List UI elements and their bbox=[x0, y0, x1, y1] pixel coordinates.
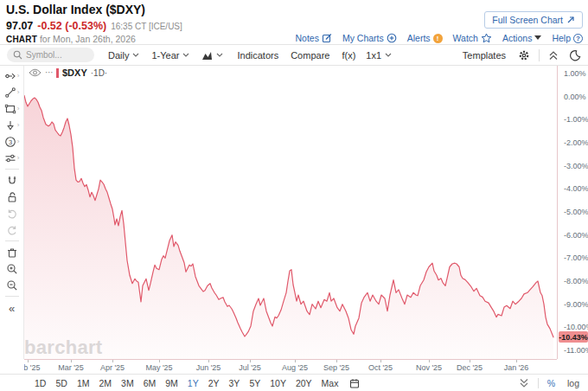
range-button-1m[interactable]: 1M bbox=[77, 378, 90, 388]
symbol-search[interactable] bbox=[7, 48, 94, 62]
header-link-actions[interactable]: Actions bbox=[502, 32, 541, 43]
x-axis-tick bbox=[295, 360, 296, 362]
y-axis-label: -5.00% bbox=[564, 208, 588, 216]
x-axis-tick bbox=[71, 360, 72, 362]
range-dropdown[interactable]: 1-Year bbox=[151, 50, 189, 61]
search-icon bbox=[13, 50, 22, 60]
submenu-chevron-icon: › bbox=[17, 138, 20, 145]
grid-layout-dropdown[interactable]: 1x1 bbox=[366, 50, 392, 61]
sidebar-tool-undo bbox=[1, 205, 23, 221]
y-axis-label: -11.00% bbox=[564, 346, 588, 355]
chart-for-date: for Mon, Jan 26th, 2026 bbox=[40, 34, 136, 44]
custom-date-range-button[interactable] bbox=[349, 378, 360, 388]
header-links: NotesMy ChartsAlerts!WatchActionsHelp? bbox=[295, 32, 583, 43]
header-link-label: Help bbox=[552, 33, 571, 43]
redo-icon bbox=[6, 224, 18, 236]
double-chevron-down-icon[interactable] bbox=[519, 378, 529, 388]
range-button-1d[interactable]: 1D bbox=[35, 378, 46, 388]
range-label: 1-Year bbox=[151, 50, 179, 61]
quote-row: 97.07-0.52 (-0.53%)16:35 CT [ICE/US] bbox=[6, 17, 182, 33]
magnet-icon bbox=[6, 175, 18, 187]
header-link-watch[interactable]: Watch bbox=[453, 32, 492, 43]
legend-more-options-icon[interactable]: ⋯ bbox=[45, 70, 53, 75]
sidebar-tool-zoom-in[interactable] bbox=[1, 260, 23, 277]
bottombar-divider bbox=[538, 378, 539, 388]
double-chevron-up-icon bbox=[548, 50, 559, 61]
frequency-dropdown[interactable]: Daily bbox=[108, 50, 139, 61]
header-link-my-charts[interactable]: My Charts bbox=[342, 32, 397, 43]
x-axis-label: Jul '25 bbox=[239, 363, 261, 372]
x-axis-tick bbox=[159, 360, 160, 362]
sidebar-tool-delete-drawings[interactable] bbox=[1, 244, 23, 260]
x-axis-label: Apr '25 bbox=[100, 363, 125, 372]
legend-symbol: $DXY bbox=[62, 67, 87, 78]
toolbar-divider bbox=[539, 49, 540, 61]
sidebar-tool-shape-tools[interactable]: › bbox=[1, 100, 23, 117]
x-axis-tick bbox=[516, 360, 517, 362]
range-button-2y[interactable]: 2Y bbox=[208, 378, 220, 388]
alert-badge-icon: ! bbox=[433, 32, 443, 43]
x-axis-label: Aug '25 bbox=[282, 363, 308, 372]
wave-count-tool-icon: 3 bbox=[4, 136, 16, 148]
log-scale-toggle[interactable]: log bbox=[567, 378, 579, 388]
header-link-help[interactable]: Help? bbox=[552, 32, 583, 43]
sidebar-tool-collapse-toolbar[interactable]: « bbox=[1, 299, 23, 316]
x-axis-tick bbox=[250, 360, 251, 362]
moon-icon bbox=[569, 49, 581, 61]
collapse-left-icon: « bbox=[9, 300, 15, 316]
collapse-panel-button[interactable] bbox=[548, 50, 559, 61]
fx-button[interactable]: f(x) bbox=[342, 50, 355, 61]
range-button-3m[interactable]: 3M bbox=[121, 378, 134, 388]
x-axis-tick bbox=[380, 360, 381, 362]
range-button-5y[interactable]: 5Y bbox=[249, 378, 260, 388]
sidebar-tool-slider-tools[interactable]: › bbox=[1, 150, 23, 166]
fx-label: f(x) bbox=[342, 50, 355, 61]
sidebar-tool-wave-count-tools[interactable]: 3› bbox=[1, 133, 23, 150]
header-link-label: Watch bbox=[453, 33, 478, 43]
sidebar-tool-cursor-tool[interactable]: › bbox=[1, 67, 23, 84]
dark-mode-toggle[interactable] bbox=[569, 49, 581, 61]
range-button-2m[interactable]: 2M bbox=[99, 378, 112, 388]
expand-arrow-icon bbox=[566, 16, 575, 24]
percent-scale-toggle[interactable]: % bbox=[547, 378, 555, 388]
frequency-label: Daily bbox=[108, 50, 129, 61]
y-axis-label: 1.00% bbox=[564, 69, 586, 78]
range-button-1y[interactable]: 1Y bbox=[188, 378, 199, 388]
indicators-button[interactable]: Indicators bbox=[237, 50, 278, 61]
range-button-9m[interactable]: 9M bbox=[165, 378, 178, 388]
chevron-down-icon bbox=[182, 53, 189, 57]
sidebar-tool-zoom-out[interactable] bbox=[1, 277, 23, 293]
eye-icon[interactable] bbox=[29, 68, 42, 77]
range-button-10y[interactable]: 10Y bbox=[270, 378, 286, 388]
x-axis[interactable]: Feb '25Mar '25Apr '25May '25Jun '25Jul '… bbox=[0, 359, 588, 374]
sidebar-tool-lock-drawings[interactable] bbox=[1, 189, 23, 205]
header-link-label: Actions bbox=[502, 33, 532, 43]
chart-type-dropdown[interactable] bbox=[201, 50, 223, 61]
chevron-down-icon bbox=[132, 53, 139, 57]
full-screen-chart-button[interactable]: Full Screen Chart bbox=[484, 11, 583, 29]
symbol-search-input[interactable] bbox=[26, 50, 88, 60]
x-axis-label: Jun '25 bbox=[196, 363, 221, 372]
range-button-3y[interactable]: 3Y bbox=[229, 378, 240, 388]
range-button-5d[interactable]: 5D bbox=[55, 378, 67, 388]
range-button-6m[interactable]: 6M bbox=[144, 378, 157, 388]
sidebar-tool-magnet-mode[interactable] bbox=[1, 172, 23, 189]
chevron-down-icon bbox=[385, 53, 392, 57]
header-link-notes[interactable]: Notes bbox=[295, 32, 331, 43]
y-axis[interactable]: -10.43% 1.00%0.00%-1.00%-2.00%-3.00%-4.0… bbox=[557, 66, 588, 359]
x-axis-label: Mar '25 bbox=[58, 363, 84, 372]
y-axis-label: -6.00% bbox=[564, 231, 588, 240]
templates-button[interactable]: Templates bbox=[463, 50, 506, 61]
range-button-max[interactable]: Max bbox=[322, 378, 339, 388]
header-link-alerts[interactable]: Alerts! bbox=[407, 32, 443, 43]
svg-text:3: 3 bbox=[9, 138, 12, 145]
sidebar-tool-trendline-tools[interactable]: › bbox=[1, 84, 23, 100]
chart-settings-button[interactable] bbox=[518, 49, 530, 61]
templates-label: Templates bbox=[463, 50, 506, 61]
range-button-20y[interactable]: 20Y bbox=[296, 378, 312, 388]
chart-plot-area[interactable]: ⋯ $DXY ·1D· barchart bbox=[24, 66, 557, 359]
sidebar-tool-arrow-tools[interactable]: › bbox=[1, 117, 23, 133]
compare-button[interactable]: Compare bbox=[291, 50, 329, 61]
price-chart-svg[interactable] bbox=[24, 66, 557, 359]
x-axis-label: Oct '25 bbox=[368, 363, 393, 372]
